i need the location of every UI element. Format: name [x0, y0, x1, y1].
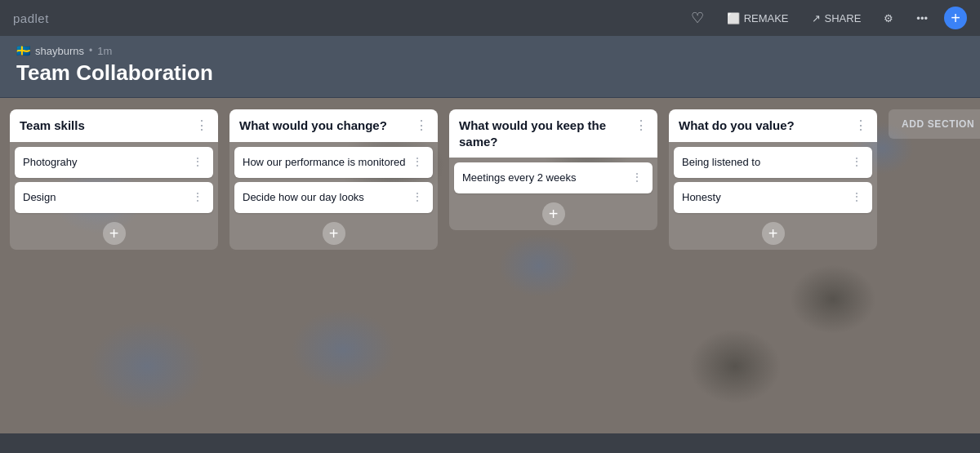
card[interactable]: Honesty⋮ [674, 182, 872, 213]
username: shayburns [35, 45, 84, 57]
settings-button[interactable]: ⚙ [877, 9, 900, 28]
card-menu-button[interactable]: ⋮ [190, 190, 205, 203]
column-title-col3: What would you keep the same? [459, 118, 633, 149]
column-col2: What would you change?⋮How our performan… [229, 109, 438, 250]
card[interactable]: Decide how our day looks⋮ [234, 182, 433, 213]
card-text: How our performance is monitored [243, 155, 410, 170]
card-text: Meetings every 2 weeks [462, 171, 630, 185]
app-logo: padlet [13, 11, 49, 25]
card-text: Being listened to [682, 155, 849, 170]
column-col3: What would you keep the same?⋮Meetings e… [449, 109, 657, 230]
card-menu-button[interactable]: ⋮ [190, 155, 205, 168]
card-menu-button[interactable]: ⋮ [410, 155, 425, 168]
heart-icon: ♡ [691, 9, 704, 27]
columns-container: Team skills⋮Photograhy⋮Design⋮+What woul… [0, 98, 980, 433]
navbar: padlet ♡ ⬜ REMAKE ↗ SHARE ⚙ ••• + [0, 0, 980, 36]
card[interactable]: Being listened to⋮ [674, 147, 872, 178]
column-body-col3: Meetings every 2 weeks⋮+ [449, 158, 657, 230]
column-body-col4: Being listened to⋮Honesty⋮+ [669, 142, 877, 250]
remake-icon: ⬜ [727, 12, 740, 24]
remake-button[interactable]: ⬜ REMAKE [720, 9, 795, 28]
card-text: Photograhy [23, 155, 190, 170]
card-text: Decide how our day looks [243, 190, 410, 205]
remake-label: REMAKE [744, 12, 789, 24]
column-title-col2: What would you change? [239, 118, 413, 134]
gear-icon: ⚙ [884, 12, 893, 24]
column-header-col3: What would you keep the same?⋮ [449, 109, 657, 158]
column-col4: What do you value?⋮Being listened to⋮Hon… [669, 109, 877, 250]
column-header-col4: What do you value?⋮ [669, 109, 877, 142]
card-text: Honesty [682, 190, 849, 205]
card-menu-button[interactable]: ⋮ [630, 171, 644, 184]
column-title-col1: Team skills [20, 118, 194, 134]
last-updated: 1m [97, 45, 112, 57]
card[interactable]: Meetings every 2 weeks⋮ [454, 162, 653, 193]
add-section-button[interactable]: ADD SECTION [889, 109, 980, 139]
navbar-left: padlet [13, 11, 49, 25]
card-text: Design [23, 190, 190, 205]
column-menu-button-col3[interactable]: ⋮ [633, 118, 649, 133]
column-body-col2: How our performance is monitored⋮Decide … [229, 142, 438, 250]
column-menu-button-col2[interactable]: ⋮ [413, 118, 430, 133]
board-title: Team Collaboration [16, 60, 964, 86]
column-body-col1: Photograhy⋮Design⋮+ [10, 142, 218, 250]
card-menu-button[interactable]: ⋮ [849, 190, 864, 203]
add-card-button[interactable]: + [323, 222, 345, 245]
column-menu-button-col4[interactable]: ⋮ [853, 118, 869, 133]
navbar-right: ♡ ⬜ REMAKE ↗ SHARE ⚙ ••• + [684, 6, 967, 30]
plus-icon: + [951, 9, 960, 28]
card[interactable]: Photograhy⋮ [15, 147, 213, 178]
column-menu-button-col1[interactable]: ⋮ [194, 118, 210, 133]
card-menu-button[interactable]: ⋮ [410, 190, 425, 203]
card[interactable]: How our performance is monitored⋮ [234, 147, 433, 178]
column-header-col2: What would you change?⋮ [229, 109, 438, 142]
share-label: SHARE [825, 12, 862, 24]
share-button[interactable]: ↗ SHARE [805, 9, 868, 28]
add-card-button[interactable]: + [762, 222, 785, 245]
user-flag: 🇸🇪 [16, 44, 30, 57]
board-header: 🇸🇪 shayburns • 1m Team Collaboration [0, 36, 980, 98]
card[interactable]: Design⋮ [15, 182, 213, 213]
card-menu-button[interactable]: ⋮ [849, 155, 864, 168]
add-button[interactable]: + [944, 7, 967, 29]
user-info: 🇸🇪 shayburns • 1m [16, 44, 964, 57]
add-card-button[interactable]: + [103, 222, 126, 245]
column-header-col1: Team skills⋮ [10, 109, 218, 142]
add-card-button[interactable]: + [542, 202, 565, 225]
more-options-button[interactable]: ••• [910, 9, 934, 28]
heart-button[interactable]: ♡ [684, 6, 710, 30]
share-icon: ↗ [812, 12, 821, 24]
column-col1: Team skills⋮Photograhy⋮Design⋮+ [10, 109, 218, 250]
column-title-col4: What do you value? [679, 118, 853, 134]
dots-icon: ••• [916, 12, 928, 24]
board-area: Team skills⋮Photograhy⋮Design⋮+What woul… [0, 98, 980, 433]
